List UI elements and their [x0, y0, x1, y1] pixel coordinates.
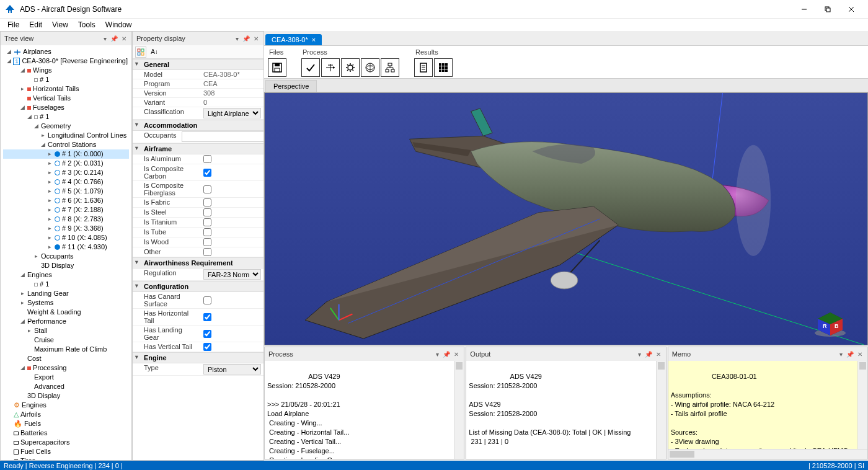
- tree-node[interactable]: Cruise: [3, 335, 129, 345]
- tree-node[interactable]: ▸Occupants: [3, 252, 129, 261]
- property-checkbox[interactable]: [203, 330, 211, 338]
- property-select[interactable]: Piston: [203, 364, 261, 375]
- tree-node[interactable]: ◢1CEA-308-0* [Reverse Engineering]: [3, 56, 129, 66]
- tree-node[interactable]: ▸# 10 (X: 4.085): [3, 233, 129, 242]
- tree-node[interactable]: Supercapacitors: [3, 438, 129, 447]
- tree-node[interactable]: ◢# 1: [3, 112, 129, 122]
- tree-node[interactable]: 3D Display: [3, 391, 129, 401]
- tree-node[interactable]: ▸# 11 (X: 4.930): [3, 242, 129, 252]
- tree-node[interactable]: ◢Performance: [3, 317, 129, 326]
- scrollbar[interactable]: [857, 361, 867, 459]
- panel-close-icon[interactable]: ✕: [252, 35, 260, 42]
- panel-dropdown-icon[interactable]: ▾: [838, 351, 844, 358]
- tree-node[interactable]: 🔥Fuels: [3, 419, 129, 428]
- scrollbar[interactable]: [668, 449, 867, 459]
- tree-node[interactable]: ▸# 5 (X: 1.079): [3, 187, 129, 196]
- gear-icon[interactable]: [341, 58, 360, 77]
- menu-tools[interactable]: Tools: [73, 19, 100, 30]
- maximize-button[interactable]: [816, 0, 839, 19]
- close-button[interactable]: [839, 0, 863, 19]
- tree-node[interactable]: ▸# 1 (X: 0.000): [3, 149, 129, 159]
- document-tab[interactable]: CEA-308-0* ×: [265, 34, 322, 45]
- tree-node[interactable]: Weight & Loading: [3, 308, 129, 317]
- tree-node[interactable]: ▸# 8 (X: 2.783): [3, 215, 129, 224]
- tree-node[interactable]: △Airfoils: [3, 410, 129, 419]
- tree-node[interactable]: Cost: [3, 354, 129, 363]
- tree-node[interactable]: ◢Fuselages: [3, 103, 129, 112]
- tree-node[interactable]: Export: [3, 373, 129, 382]
- panel-close-icon[interactable]: ✕: [655, 351, 662, 358]
- panel-dropdown-icon[interactable]: ▾: [102, 35, 108, 42]
- property-select[interactable]: Light Airplane: [203, 108, 261, 118]
- panel-pin-icon[interactable]: 📌: [441, 351, 451, 358]
- property-checkbox[interactable]: [203, 218, 211, 226]
- property-spinner-input[interactable]: [182, 131, 264, 142]
- tree-node[interactable]: ◢Airplanes: [3, 47, 129, 56]
- menu-view[interactable]: View: [47, 19, 73, 30]
- property-checkbox[interactable]: [203, 169, 211, 177]
- tree-body[interactable]: ◢Airplanes◢1CEA-308-0* [Reverse Engineer…: [1, 45, 131, 460]
- airplane-icon[interactable]: [321, 58, 340, 77]
- property-checkbox[interactable]: [203, 208, 211, 216]
- property-category[interactable]: Configuration: [133, 281, 264, 292]
- tree-node[interactable]: ▸# 4 (X: 0.766): [3, 177, 129, 187]
- panel-dropdown-icon[interactable]: ▾: [637, 351, 642, 358]
- property-checkbox[interactable]: [203, 228, 211, 236]
- property-checkbox[interactable]: [203, 248, 211, 256]
- tree-node[interactable]: ▸Longitudinal Control Lines: [3, 131, 129, 140]
- tree-node[interactable]: 3D Display: [3, 261, 129, 270]
- property-category[interactable]: Airworthiness Requirement: [133, 257, 264, 268]
- panel-dropdown-icon[interactable]: ▾: [435, 351, 440, 358]
- tree-node[interactable]: Fuel Cells: [3, 447, 129, 456]
- tree-node[interactable]: # 1: [3, 280, 129, 289]
- property-checkbox[interactable]: [203, 238, 211, 246]
- tree-node[interactable]: ◢Engines: [3, 270, 129, 280]
- orientation-cube[interactable]: R B: [812, 309, 849, 337]
- property-checkbox[interactable]: [203, 313, 211, 321]
- output-body[interactable]: ADS V429 Session: 210528-2000 ADS V429 S…: [466, 361, 665, 459]
- scrollbar[interactable]: [454, 361, 464, 459]
- property-select[interactable]: FAR-23 Normal: [203, 269, 261, 280]
- property-checkbox[interactable]: [203, 343, 211, 351]
- menu-file[interactable]: File: [2, 19, 24, 30]
- grid-icon[interactable]: [434, 58, 453, 77]
- view-tab-perspective[interactable]: Perspective: [265, 80, 317, 92]
- tree-node[interactable]: ⚙Engines: [3, 401, 129, 410]
- panel-close-icon[interactable]: ✕: [453, 351, 460, 358]
- tree-node[interactable]: ◢Geometry: [3, 122, 129, 131]
- property-checkbox[interactable]: [203, 185, 211, 193]
- property-checkbox[interactable]: [203, 296, 211, 304]
- tree-node[interactable]: ◢Wings: [3, 66, 129, 75]
- tree-node[interactable]: # 1: [3, 75, 129, 84]
- scrollbar[interactable]: [656, 361, 666, 459]
- tree-node[interactable]: ▸# 2 (X: 0.031): [3, 159, 129, 168]
- tree-node[interactable]: Tires: [3, 456, 129, 460]
- document-tab-close-icon[interactable]: ×: [312, 36, 316, 43]
- property-checkbox[interactable]: [203, 198, 211, 206]
- panel-pin-icon[interactable]: 📌: [644, 351, 653, 358]
- property-category[interactable]: Accommodation: [133, 120, 264, 131]
- panel-pin-icon[interactable]: 📌: [109, 35, 119, 42]
- minimize-button[interactable]: [792, 0, 816, 19]
- mesh-icon[interactable]: [361, 58, 379, 77]
- tree-node[interactable]: ◢Processing: [3, 363, 129, 373]
- categorize-button[interactable]: [135, 47, 146, 58]
- property-category[interactable]: Airframe: [133, 143, 264, 154]
- menu-edit[interactable]: Edit: [24, 19, 47, 30]
- panel-pin-icon[interactable]: 📌: [241, 35, 251, 42]
- panel-pin-icon[interactable]: 📌: [845, 351, 855, 358]
- tree-node[interactable]: Batteries: [3, 428, 129, 438]
- viewport-3d[interactable]: R B: [264, 92, 868, 345]
- tree-node[interactable]: Advanced: [3, 382, 129, 391]
- property-category[interactable]: General: [133, 59, 264, 70]
- check-icon[interactable]: [301, 58, 320, 77]
- document-icon[interactable]: [414, 58, 433, 77]
- tree-node[interactable]: ▸# 7 (X: 2.188): [3, 205, 129, 215]
- tree-node[interactable]: ▸Horizontal Tails: [3, 84, 129, 94]
- process-body[interactable]: ADS V429 Session: 210528-2000 >>> 21/05/…: [265, 361, 464, 459]
- property-body[interactable]: GeneralModelCEA-308-0*ProgramCEAVersion3…: [133, 59, 264, 460]
- tree-node[interactable]: ▸# 9 (X: 3.368): [3, 224, 129, 233]
- panel-dropdown-icon[interactable]: ▾: [234, 35, 240, 42]
- tree-node[interactable]: ◢Control Stations: [3, 140, 129, 149]
- memo-body[interactable]: CEA308-01-01 Assumptions: - Wing airfoil…: [668, 361, 867, 459]
